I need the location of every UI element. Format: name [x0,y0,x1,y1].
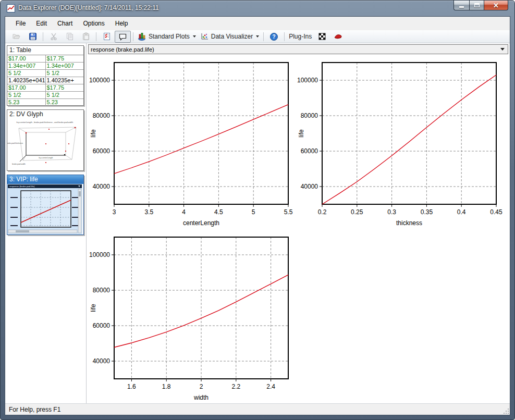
y-tick-label: 40000 [301,183,318,190]
x-tick-label: 2.2 [231,383,240,390]
save-button[interactable] [24,31,41,43]
status-bar: For Help, press F1 [5,403,510,415]
chart-svg: 1.61.822.22.4400006000080000100000widthl… [87,231,296,406]
plot-area: response (brake.pad.life) 33.544.555.540… [87,43,510,403]
data-visualizer-button[interactable]: Data Visualizer [198,31,261,43]
panel-card-vip-life[interactable]: 3: VIP: life response (brake.pad.life) [7,175,84,235]
chart-thickness[interactable]: 0.20.250.30.350.40.454000060000800001000… [295,57,504,231]
y-tick-label: 60000 [93,322,111,329]
x-tick-label: 4.5 [214,208,223,216]
help-button[interactable]: ? [266,31,282,43]
x-tick-label: 1.8 [162,383,171,390]
minimize-icon [459,6,464,8]
table-row: 5 1/25 1/2 [7,92,83,99]
toolbar-separator [284,32,285,41]
title-bar[interactable]: Data Explorer (DOE)[Untitled]: 7/14/2011… [1,1,514,16]
table-cell: 5.23 [46,99,84,106]
table-cell: $17.00 [7,55,46,62]
data-visualizer-icon [200,32,209,41]
x-tick-label: 4 [182,208,186,216]
close-icon: ✕ [493,2,499,9]
red-hat-icon [334,32,343,41]
toolbar-separator [96,32,96,41]
menu-file[interactable]: File [10,18,31,29]
x-tick-label: 2 [200,383,203,390]
response-selector[interactable]: response (brake.pad.life) [88,44,508,54]
resize-grip[interactable] [502,407,509,414]
toolbar: Standard Plots Data Visualizer [5,30,510,43]
x-tick-label: 5.5 [284,208,293,216]
table-row: 5.235.23 [7,99,83,106]
chart-centerlength[interactable]: 33.544.555.5400006000080000100000centerL… [87,57,296,231]
plugins-label: Plug-Ins [289,33,312,40]
panel-card-table[interactable]: 1: Table $17.00$17.751.34e+0071.34e+0075… [7,45,84,106]
x-tick-label: 0.35 [421,208,433,216]
x-tick-label: 2.4 [266,383,275,390]
copy-button[interactable] [62,31,78,43]
open-icon [13,32,21,41]
paste-icon [82,32,90,41]
content-area: 1: Table $17.00$17.751.34e+0071.34e+0075… [5,43,510,403]
y-tick-label: 80000 [93,112,111,119]
x-axis-label: thickness [396,219,422,227]
plugin-grid-button[interactable] [314,31,330,43]
grid-icon [318,32,326,41]
open-button[interactable] [8,31,24,43]
x-tick-label: 0.3 [387,208,396,216]
plugin-redhat-button[interactable] [330,31,346,43]
y-tick-label: 80000 [301,112,318,119]
menu-options[interactable]: Options [78,18,109,29]
x-axis-label: width [193,394,209,401]
x-tick-label: 0.4 [457,208,466,216]
x-tick-label: 0.45 [490,208,502,216]
chart-svg: 33.544.555.5400006000080000100000centerL… [87,57,296,231]
table-row: 1.40235e+0411.40235e+ [7,77,83,84]
table-cell: 5 1/2 [7,92,46,98]
x-tick-label: 3 [113,208,116,216]
paste-button[interactable] [78,31,94,43]
y-tick-label: 80000 [93,287,111,294]
x-tick-label: 3.5 [144,208,153,216]
window-frame: Data Explorer (DOE)[Untitled]: 7/14/2011… [0,0,515,420]
y-tick-label: 100000 [89,77,110,84]
dv-glyph-thumbnail: b.p.centerLength , brake.pad.thickness ,… [7,119,82,169]
response-selector-value: response (brake.pad.life) [89,46,500,53]
vip-thumbnail: response (brake.pad.life) [7,184,82,234]
table-cell: 5.23 [7,99,46,106]
plugins-label-button[interactable]: Plug-Ins [287,31,314,43]
x-tick-label: 0.2 [318,208,327,216]
comment-button[interactable] [115,31,131,43]
menu-chart[interactable]: Chart [52,18,78,29]
menu-help[interactable]: Help [110,18,133,29]
panel-card-dv-glyph[interactable]: 2: DV Glyph b.p.centerLength , brake.pad… [7,109,84,171]
cut-button[interactable] [45,31,62,43]
app-icon [7,4,15,13]
x-tick-label: 1.6 [127,383,136,390]
chart-width[interactable]: 1.61.822.22.4400006000080000100000widthl… [87,231,296,406]
table-cell: 5 1/2 [7,70,46,77]
table-cell: 5 1/2 [46,70,84,77]
y-tick-label: 60000 [93,147,111,155]
minimize-button[interactable] [453,1,469,10]
y-axis-label: life [298,129,305,138]
standard-plots-icon [138,32,146,41]
standard-plots-button[interactable]: Standard Plots [136,31,198,43]
maximize-button[interactable] [469,1,484,10]
toolbar-separator [263,32,264,41]
panel-sidebar: 1: Table $17.00$17.751.34e+0071.34e+0075… [5,43,87,403]
standard-plots-label: Standard Plots [149,33,190,40]
svg-text:?: ? [273,34,276,40]
maximize-icon [474,3,480,7]
panel-card-title: 1: Table [7,46,83,55]
x-tick-label: 0.25 [351,208,363,216]
toolbar-separator [133,32,133,41]
panel-card-title: 2: DV Glyph [7,110,83,119]
y-axis-label: life [90,129,97,138]
chevron-down-icon [193,35,196,38]
menu-edit[interactable]: Edit [31,18,52,29]
y-tick-label: 40000 [93,357,111,365]
status-message: For Help, press F1 [5,406,60,413]
close-button[interactable]: ✕ [484,1,508,10]
checklist-button[interactable] [99,31,115,43]
data-visualizer-label: Data Visualizer [211,33,253,40]
